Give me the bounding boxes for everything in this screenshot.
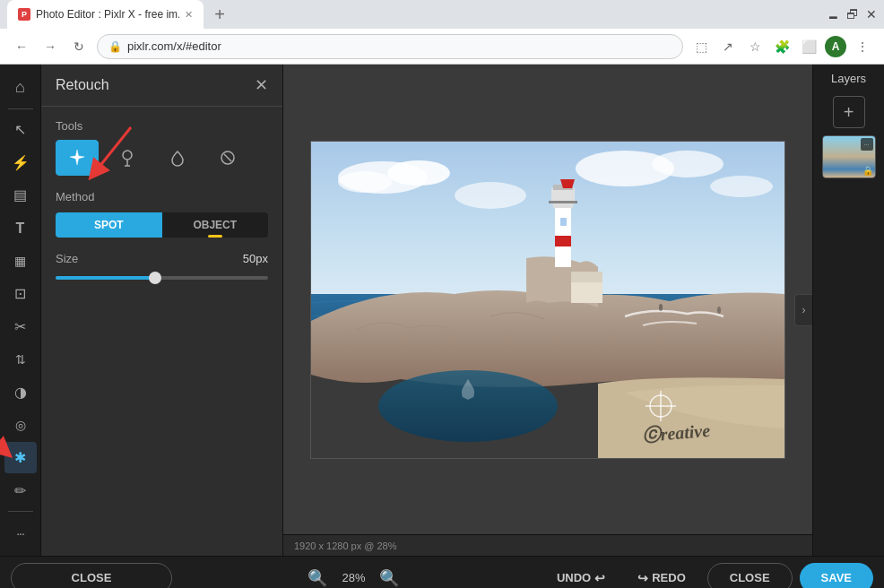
panel-close-button[interactable]: ✕ (255, 75, 268, 95)
panel-title: Retouch (56, 77, 109, 93)
tool-cut[interactable]: ✂ (4, 311, 37, 342)
add-layer-button[interactable]: + (833, 96, 865, 128)
redo-button[interactable]: ↪ REDO (623, 563, 700, 589)
expand-panel-button[interactable]: › (794, 294, 812, 326)
zoom-controls: 🔍 28% 🔍 (305, 566, 402, 589)
tool-paint[interactable]: ✏ (4, 475, 37, 506)
maximize-button[interactable]: 🗗 (846, 7, 859, 22)
layer-thumbnail[interactable]: ··· 🔒 (822, 135, 876, 178)
tool-options-row (41, 140, 282, 190)
new-tab-button[interactable]: + (207, 2, 232, 27)
size-slider[interactable] (56, 276, 268, 280)
window-controls: 🗕 🗗 ✕ (827, 7, 877, 22)
tool-crop[interactable]: ⊡ (4, 278, 37, 309)
layer-options-button[interactable]: ··· (861, 138, 873, 151)
tool-text[interactable]: T (4, 212, 37, 244)
url-text: pixlr.com/x/#editor (127, 39, 221, 53)
save-button[interactable]: SAVE (800, 563, 873, 589)
left-toolbar: ⌂ ↖ ⚡ ▤ T ▦ ⊡ ✂ ⇅ ◑ ◎ ✱ ✏ ··· (0, 65, 41, 556)
clone-icon (117, 148, 137, 168)
size-slider-fill (56, 276, 152, 280)
zoom-in-button[interactable]: 🔍 (377, 566, 402, 589)
layer-lock-icon: 🔒 (862, 166, 873, 176)
method-object-button[interactable]: OBJECT (162, 212, 269, 238)
tools-section-label: Tools (41, 107, 282, 140)
size-header: Size 50px (56, 252, 268, 265)
tool-filter[interactable]: ◑ (4, 376, 37, 408)
bottom-bar: CLOSE 🔍 28% 🔍 UNDO ↩ ↪ REDO CLOSE SAVE (0, 556, 884, 588)
close-right-button[interactable]: CLOSE (707, 563, 793, 589)
erase-tool-option[interactable] (206, 140, 249, 176)
close-tab-btn[interactable]: ✕ (185, 9, 193, 21)
svg-rect-21 (560, 218, 567, 226)
bottom-center-controls: 🔍 28% 🔍 UNDO ↩ ↪ REDO (179, 563, 700, 589)
close-left-button[interactable]: CLOSE (11, 563, 172, 589)
svg-point-13 (652, 151, 724, 177)
toolbar-divider-2 (8, 511, 33, 512)
svg-rect-22 (549, 201, 577, 203)
tool-adjust[interactable]: ⇅ (4, 344, 37, 376)
share-icon[interactable]: ↗ (717, 36, 739, 57)
expand-icon: › (802, 304, 806, 316)
tab-favicon: P (18, 8, 30, 21)
undo-icon: ↩ (594, 571, 605, 585)
browser-tab[interactable]: P Photo Editor : Pixlr X - free im... ✕ (7, 0, 204, 29)
tool-pattern[interactable]: ▦ (4, 246, 37, 277)
size-label: Size (56, 252, 78, 265)
menu-icon[interactable]: ⋮ (852, 36, 873, 57)
svg-point-9 (387, 160, 450, 186)
close-window-button[interactable]: ✕ (866, 7, 877, 22)
blur-icon (168, 148, 187, 168)
heal-icon (67, 148, 87, 168)
size-slider-thumb[interactable] (149, 272, 161, 284)
tool-select[interactable]: ↖ (4, 115, 37, 146)
canvas-image: ⓒreative (311, 142, 785, 459)
browser-chrome: P Photo Editor : Pixlr X - free im... ✕ … (0, 0, 884, 65)
tool-quick-select[interactable]: ⚡ (4, 147, 37, 178)
zoom-value[interactable]: 28% (337, 571, 369, 584)
method-toggle: SPOT OBJECT (56, 212, 268, 238)
svg-point-30 (659, 304, 663, 311)
method-spot-button[interactable]: SPOT (56, 212, 162, 238)
profile-icon[interactable]: ⬜ (798, 36, 819, 57)
heal-tool-option[interactable] (56, 140, 99, 176)
photo-canvas[interactable]: ⓒreative (310, 141, 785, 459)
undo-button[interactable]: UNDO ↩ (542, 563, 620, 589)
tool-home[interactable]: ⌂ (4, 72, 37, 103)
size-value: 50px (243, 252, 268, 265)
svg-point-14 (710, 176, 773, 197)
svg-line-6 (224, 154, 231, 161)
back-button[interactable]: ← (11, 36, 32, 57)
svg-rect-18 (555, 236, 571, 246)
svg-line-0 (0, 419, 4, 451)
minimize-button[interactable]: 🗕 (827, 7, 839, 22)
canvas-container[interactable]: ⓒreative (283, 65, 812, 534)
svg-point-11 (455, 182, 526, 209)
layers-title: Layers (831, 72, 866, 85)
layers-panel: Layers + ··· 🔒 (812, 65, 884, 556)
method-label: Method (56, 190, 268, 203)
tool-liquify[interactable]: ◎ (4, 410, 37, 441)
svg-point-10 (338, 171, 392, 193)
screenshare-icon[interactable]: ⬚ (690, 36, 712, 57)
app-area: ⌂ ↖ ⚡ ▤ T ▦ ⊡ ✂ ⇅ ◑ ◎ ✱ ✏ ··· (0, 65, 884, 556)
tool-layers-view[interactable]: ▤ (4, 180, 37, 212)
url-bar[interactable]: 🔒 pixlr.com/x/#editor (97, 34, 683, 59)
tool-more[interactable]: ··· (4, 517, 37, 549)
reload-button[interactable]: ↻ (68, 36, 90, 57)
panel-header: Retouch ✕ (41, 65, 282, 107)
layer-options: ··· (861, 138, 873, 151)
bookmark-icon[interactable]: ☆ (744, 36, 766, 57)
tool-retouch[interactable]: ✱ (4, 442, 37, 473)
clone-tool-option[interactable] (106, 140, 149, 176)
blur-tool-option[interactable] (156, 140, 199, 176)
user-avatar[interactable]: A (825, 36, 846, 57)
toolbar-divider (8, 108, 33, 109)
redo-icon: ↪ (637, 571, 648, 585)
canvas-area: ⓒreative 1920 x 1280 px @ 28% › (283, 65, 812, 556)
svg-point-31 (717, 307, 721, 314)
method-indicator (208, 235, 222, 238)
forward-button[interactable]: → (39, 36, 61, 57)
extension-icon[interactable]: 🧩 (771, 36, 793, 57)
zoom-out-button[interactable]: 🔍 (305, 566, 330, 589)
